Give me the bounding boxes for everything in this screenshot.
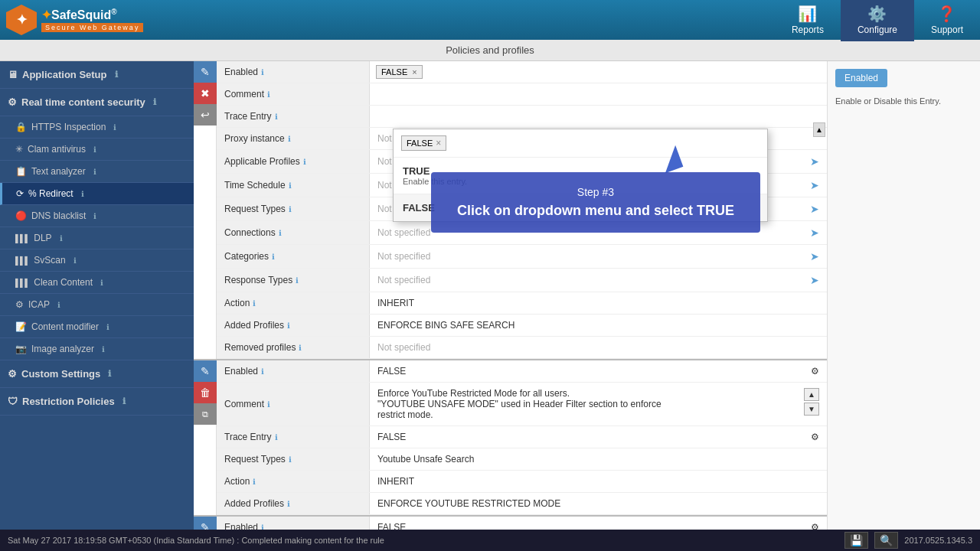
sidebar-item-https-inspection[interactable]: 🔒 HTTPS Inspection ℹ bbox=[0, 116, 194, 139]
info-icon-text-analyzer[interactable]: ℹ bbox=[93, 168, 96, 176]
info-icon-rp[interactable]: ℹ bbox=[122, 396, 126, 406]
enabled-dropdown[interactable]: FALSE × bbox=[376, 65, 423, 79]
rtcs-icon: ⚙ bbox=[8, 96, 17, 108]
right-panel-badge: Enabled bbox=[835, 69, 887, 87]
sidebar-item-dns-blacklist[interactable]: 🔴 DNS blacklist ℹ bbox=[0, 205, 194, 227]
dns-icon: 🔴 bbox=[15, 210, 27, 221]
nav-reports[interactable]: 📊 Reports bbox=[775, 0, 841, 41]
comment-2-down[interactable]: ▼ bbox=[804, 403, 819, 416]
enabled-3-icon[interactable]: ⚙ bbox=[811, 522, 819, 530]
info-icon-cm[interactable]: ℹ bbox=[106, 323, 109, 331]
svscan-icon: ▌▌▌ bbox=[15, 256, 29, 265]
sidebar-item-dlp[interactable]: ▌▌▌ DLP ℹ bbox=[0, 227, 194, 249]
send-icon-conn[interactable]: ➤ bbox=[810, 227, 819, 239]
trace-2-icon[interactable]: ⚙ bbox=[811, 432, 819, 442]
enabled-label-2: Enabled ℹ bbox=[217, 360, 370, 382]
nav-support[interactable]: ❓ Support bbox=[914, 0, 980, 41]
sidebar-item-content-modifier[interactable]: 📝 Content modifier ℹ bbox=[0, 316, 194, 338]
comment-2-up[interactable]: ▲ bbox=[804, 388, 819, 401]
sidebar-item-text-analyzer[interactable]: 📋 Text analyzer ℹ bbox=[0, 161, 194, 183]
connections-label-1: Connections ℹ bbox=[217, 221, 370, 244]
send-icon-applicable[interactable]: ➤ bbox=[810, 155, 819, 168]
info-icon-icap[interactable]: ℹ bbox=[57, 301, 60, 309]
send-icon-time[interactable]: ➤ bbox=[810, 179, 819, 191]
info-reqtypes[interactable]: ℹ bbox=[289, 205, 292, 214]
dropdown-header: FALSE × bbox=[394, 129, 767, 158]
step-tooltip: Step #3 Click on dropdown menu and selec… bbox=[431, 172, 760, 233]
info-trace[interactable]: ℹ bbox=[275, 112, 278, 121]
sidebar-item-application-setup[interactable]: 🖥 Application Setup ℹ bbox=[0, 61, 194, 89]
dropdown-clear[interactable]: × bbox=[412, 67, 416, 77]
info-time[interactable]: ℹ bbox=[289, 181, 292, 190]
nav-configure[interactable]: ⚙️ Configure bbox=[841, 0, 914, 41]
trace-row-1: Trace Entry ℹ bbox=[217, 106, 827, 128]
info-comment[interactable]: ℹ bbox=[267, 90, 270, 99]
removed-profiles-row-1: Removed profiles ℹ Not specified bbox=[217, 337, 827, 359]
scrollbar-up[interactable]: ▲ bbox=[813, 122, 825, 137]
edit-button-2[interactable]: ✎ bbox=[194, 360, 217, 382]
sidebar-item-icap[interactable]: ⚙ ICAP ℹ bbox=[0, 294, 194, 316]
text-analyzer-icon: 📋 bbox=[15, 166, 27, 177]
false-tag-close[interactable]: × bbox=[436, 138, 441, 148]
info-added[interactable]: ℹ bbox=[287, 321, 290, 330]
send-icon-reqtypes[interactable]: ➤ bbox=[810, 203, 819, 215]
enabled-label-1: Enabled ℹ bbox=[217, 61, 370, 83]
send-icon-cat[interactable]: ➤ bbox=[810, 250, 819, 262]
clone-button-2[interactable]: ⧉ bbox=[194, 403, 217, 425]
copy-button-1[interactable]: ↩ bbox=[194, 104, 217, 126]
info-icon-dlp[interactable]: ℹ bbox=[60, 234, 63, 243]
false-tag[interactable]: FALSE × bbox=[401, 135, 446, 151]
save-icon[interactable]: 💾 bbox=[844, 532, 868, 549]
sidebar-item-custom-settings[interactable]: ⚙ Custom Settings ℹ bbox=[0, 360, 194, 388]
edit-button-3[interactable]: ✎ bbox=[194, 517, 217, 530]
info-action[interactable]: ℹ bbox=[253, 299, 256, 308]
info-c2[interactable]: ℹ bbox=[267, 400, 270, 409]
info-icon-dns[interactable]: ℹ bbox=[93, 212, 96, 220]
info-icon-https[interactable]: ℹ bbox=[113, 123, 116, 132]
info-icon-ia[interactable]: ℹ bbox=[102, 345, 105, 354]
sidebar-item-clam-antivirus[interactable]: ✳ Clam antivirus ℹ bbox=[0, 139, 194, 161]
info-t2[interactable]: ℹ bbox=[275, 433, 278, 442]
search-icon[interactable]: 🔍 bbox=[874, 532, 898, 549]
edit-button-1[interactable]: ✎ bbox=[194, 61, 217, 83]
info-e2[interactable]: ℹ bbox=[261, 367, 264, 376]
info-icon-clam[interactable]: ℹ bbox=[93, 145, 96, 154]
entry-3-fields: Enabled ℹ FALSE ⚙ Comment ℹ Strictly blo… bbox=[217, 517, 827, 530]
info-conn[interactable]: ℹ bbox=[279, 229, 282, 237]
sidebar-item-image-analyzer[interactable]: 📷 Image analyzer ℹ bbox=[0, 338, 194, 360]
send-icon-resp[interactable]: ➤ bbox=[810, 274, 819, 286]
sidebar-item-real-time-content-security[interactable]: ⚙ Real time content security ℹ bbox=[0, 89, 194, 116]
reqtypes-value-2: Youtube Unsafe Search bbox=[370, 448, 827, 470]
info-enabled[interactable]: ℹ bbox=[261, 68, 264, 77]
app-setup-icon: 🖥 bbox=[8, 69, 18, 80]
removed-profiles-label-1: Removed profiles ℹ bbox=[217, 337, 370, 358]
delete-button-2[interactable]: 🗑 bbox=[194, 382, 217, 403]
info-rt2[interactable]: ℹ bbox=[289, 455, 292, 464]
info-icon-svscan[interactable]: ℹ bbox=[74, 256, 77, 265]
info-icon-redirect[interactable]: ℹ bbox=[81, 190, 84, 198]
trace-row-2: Trace Entry ℹ FALSE ⚙ bbox=[217, 426, 827, 448]
sidebar-item-redirect[interactable]: ⟳ % Redirect ℹ bbox=[0, 183, 194, 205]
info-removed[interactable]: ℹ bbox=[299, 344, 302, 352]
info-a2[interactable]: ℹ bbox=[253, 478, 256, 486]
info-icon-clean-content[interactable]: ℹ bbox=[100, 279, 103, 287]
info-cat[interactable]: ℹ bbox=[272, 253, 275, 261]
sidebar-item-svscan[interactable]: ▌▌▌ SvScan ℹ bbox=[0, 249, 194, 272]
info-ap2[interactable]: ℹ bbox=[287, 500, 290, 508]
info-icon-app-setup[interactable]: ℹ bbox=[115, 70, 118, 80]
sidebar-item-restriction-policies[interactable]: 🛡 Restriction Policies ℹ bbox=[0, 388, 194, 416]
info-e3[interactable]: ℹ bbox=[261, 523, 264, 530]
info-proxy[interactable]: ℹ bbox=[288, 135, 291, 143]
right-panel: Enabled Enable or Disable this Entry. bbox=[827, 61, 980, 530]
trace-label-2: Trace Entry ℹ bbox=[217, 426, 370, 448]
info-icon-rtcs[interactable]: ℹ bbox=[153, 97, 156, 107]
sidebar-item-clean-content[interactable]: ▌▌▌ Clean Content ℹ bbox=[0, 272, 194, 294]
info-resp[interactable]: ℹ bbox=[296, 276, 299, 285]
info-icon-cs[interactable]: ℹ bbox=[108, 369, 111, 379]
info-applicable[interactable]: ℹ bbox=[303, 158, 306, 166]
content-area: ✎ ✖ ↩ Enabled ℹ FALSE × bbox=[194, 61, 827, 530]
enabled-2-icon[interactable]: ⚙ bbox=[811, 366, 819, 377]
delete-button-1[interactable]: ✖ bbox=[194, 83, 217, 104]
reqtypes-label-1: Request Types ℹ bbox=[217, 197, 370, 220]
false-tag-label: FALSE bbox=[407, 139, 433, 148]
